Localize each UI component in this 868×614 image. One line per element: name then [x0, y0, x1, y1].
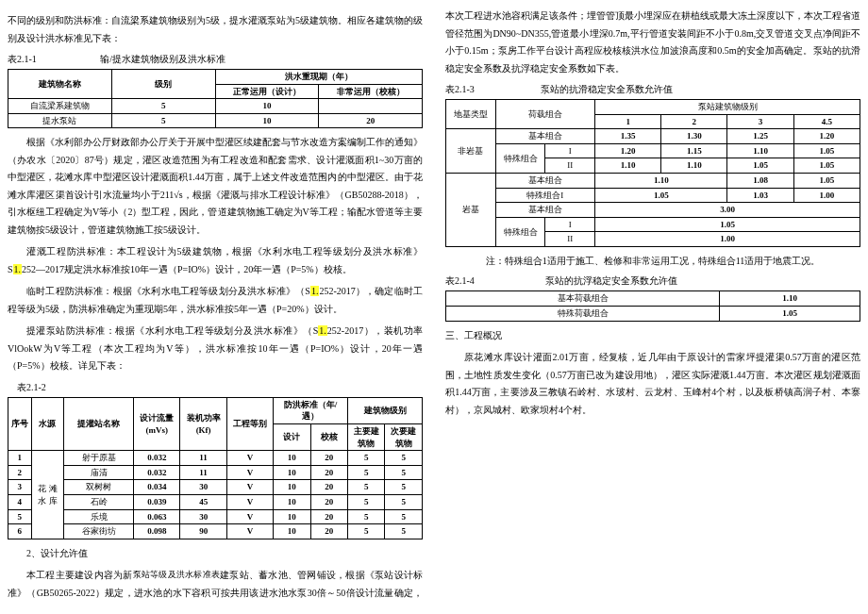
table-row: 3 双树树 0.034 30 V 10 20 5 5	[8, 480, 423, 495]
table-2-1-3-label: 表2.1-3 泵站的抗滑稳定安全系数允许值	[445, 82, 860, 97]
table-2-1-3-note: 注：特殊组合1适用于施工、检修和非常运用工况，特殊组合11适用于地震工况。	[445, 253, 860, 271]
section-3-head: 三、工程概况	[445, 327, 860, 345]
highlight: 1.	[318, 325, 327, 336]
table-row: 1 花 滩 水 库 射于原基 0.032 11 V 10 20 5 5	[8, 451, 423, 466]
th-building-name: 建筑物名称	[8, 70, 112, 99]
table-2-1-4: 基本荷载组合 1.10 特殊荷载组合 1.05	[445, 290, 860, 321]
table-row: 提水泵站 5 10 20	[8, 113, 423, 128]
table-2-1-3: 地基类型 荷载组合 泵站建筑物级别 1 2 3 4.5 非岩基 基本组合 1.3…	[445, 99, 860, 247]
para-intro: 不同的级别和防洪标准：自流梁系建筑物级别为5级，提水灌溉泵站为5级建筑物。相应各…	[8, 12, 423, 47]
th-level: 级别	[111, 70, 215, 99]
table-row: 基本组合 3.00	[446, 203, 860, 218]
table-2-1-1-label: 表2.1-1 输/提水建筑物级别及洪水标准	[8, 52, 423, 67]
para-tiguang: 提灌泵站防洪标准：根据《水利水电工程等级划分及洪水标准》（S1.252-2017…	[8, 323, 423, 375]
para-guangai: 灌溉工程防洪标准：本工程设计为5级建筑物，根据《水利水电工程等级划分及洪水标准》…	[8, 243, 423, 278]
table-row: 自流梁系建筑物 5 10	[8, 99, 423, 114]
table-row: 特殊组合 I 1.20 1.15 1.10 1.05	[446, 143, 860, 158]
table-2-1-1: 建筑物名称 级别 洪水重现期（年） 正常运用（设计） 非常运用（校核） 自流梁系…	[8, 69, 423, 128]
para-linshi: 临时工程防洪标准：根据《水利水电工程等级划分及洪水标准》（S1.252-2017…	[8, 283, 423, 318]
highlight: 1.	[310, 286, 320, 296]
highlight: 1.	[13, 264, 23, 274]
table-2-1-2-label: 表2.1-2	[8, 380, 423, 395]
section-2-head: 2、设计允许值	[8, 545, 423, 563]
th-flood-period: 洪水重现期（年）	[215, 70, 423, 85]
table-row: 非岩基 基本组合 1.35 1.30 1.25 1.20	[446, 129, 860, 144]
table-row: 2 庙清 0.032 11 V 10 20 5 5	[8, 465, 423, 480]
table-row: 4 石岭 0.039 45 V 10 20 5 5	[8, 495, 423, 510]
table-row: 5 乐境 0.063 30 V 10 20 5 5	[8, 509, 423, 524]
table-row: 特殊组合 I 1.05	[446, 217, 860, 232]
para-guishu: 根据《水利部办公厅财政部办公厅关于开展中型灌区续建配套与节水改造方案编制工作的通…	[8, 134, 423, 239]
th-normal: 正常运用（设计）	[215, 84, 319, 99]
table-row: 基本荷载组合 1.10	[446, 291, 860, 307]
table-row: 特殊荷载组合 1.05	[446, 307, 860, 322]
table-row: 6 谷家街坊 0.098 90 V 10 20 5 5	[8, 524, 423, 539]
table-2-1-4-label: 表2.1-4 泵站的抗浮稳定安全系数允许值	[445, 274, 860, 289]
table-row: 特殊组合I 1.05 1.03 1.00	[446, 188, 860, 203]
table-row: 岩基 基本组合 1.10 1.08 1.05	[446, 173, 860, 188]
table-2-1-2: 序号 水源 提灌站名称 设计流量(mVs) 装机功率(Kf) 工程等别 防洪标准…	[8, 397, 423, 539]
th-abnormal: 非常运用（校核）	[319, 84, 423, 99]
para-overview: 原花滩水库设计灌面2.01万亩，经复核，近几年由于原设计的雷家坪提灌渠0.57万…	[445, 349, 860, 419]
